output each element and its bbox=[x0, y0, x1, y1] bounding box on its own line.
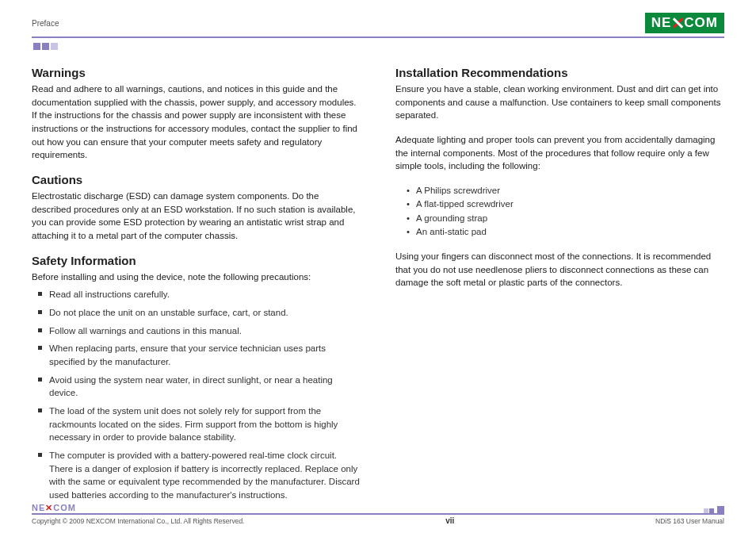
footer-copyright: Copyright © 2009 NEXCOM International Co… bbox=[32, 517, 244, 525]
cautions-body: Electrostatic discharge (ESD) can damage… bbox=[32, 190, 361, 243]
list-item: A Philips screwdriver bbox=[407, 184, 724, 197]
logo-x-icon bbox=[672, 17, 683, 29]
list-item: An anti-static pad bbox=[407, 225, 724, 239]
install-p3: Using your fingers can disconnect most o… bbox=[395, 250, 724, 290]
cautions-heading: Cautions bbox=[32, 173, 361, 186]
list-item: Avoid using the system near water, in di… bbox=[38, 374, 361, 400]
logo-text-right: COM bbox=[684, 15, 718, 31]
page-footer: NE✕COM Copyright © 2009 NEXCOM Internati… bbox=[32, 503, 724, 525]
warnings-heading: Warnings bbox=[32, 66, 361, 79]
safety-heading: Safety Information bbox=[32, 254, 361, 267]
install-heading: Installation Recommendations bbox=[395, 66, 724, 79]
list-item: Do not place the unit on an unstable sur… bbox=[38, 306, 361, 320]
brand-logo: NECOM bbox=[645, 13, 724, 33]
right-column: Installation Recommendations Ensure you … bbox=[395, 64, 724, 512]
footer-doc-title: NDiS 163 User Manual bbox=[655, 517, 724, 525]
safety-list: Read all instructions carefully. Do not … bbox=[38, 288, 361, 501]
list-item: Follow all warnings and cautions in this… bbox=[38, 324, 361, 338]
list-item: The computer is provided with a battery-… bbox=[38, 449, 361, 502]
list-item: A grounding strap bbox=[407, 212, 724, 225]
page-number: vii bbox=[445, 516, 454, 525]
list-item: Read all instructions carefully. bbox=[38, 288, 361, 301]
list-item: A flat-tipped screwdriver bbox=[407, 197, 724, 211]
left-column: Warnings Read and adhere to all warnings… bbox=[32, 64, 361, 512]
warnings-body: Read and adhere to all warnings, caution… bbox=[32, 82, 361, 162]
list-item: The load of the system unit does not sol… bbox=[38, 405, 361, 444]
footer-divider bbox=[32, 513, 724, 515]
install-p2: Adequate lighting and proper tools can p… bbox=[395, 133, 724, 173]
list-item: When replacing parts, ensure that your s… bbox=[38, 342, 361, 368]
decorative-squares bbox=[33, 43, 724, 50]
install-p1: Ensure you have a stable, clean working … bbox=[395, 82, 724, 122]
tools-list: A Philips screwdriver A flat-tipped scre… bbox=[407, 184, 724, 239]
header-divider bbox=[32, 36, 724, 38]
logo-text-left: NE bbox=[651, 15, 672, 31]
safety-intro: Before installing and using the device, … bbox=[32, 270, 361, 284]
footer-logo: NE✕COM bbox=[32, 503, 76, 513]
header-section: Preface bbox=[32, 19, 59, 28]
footer-squares-icon bbox=[704, 506, 724, 513]
